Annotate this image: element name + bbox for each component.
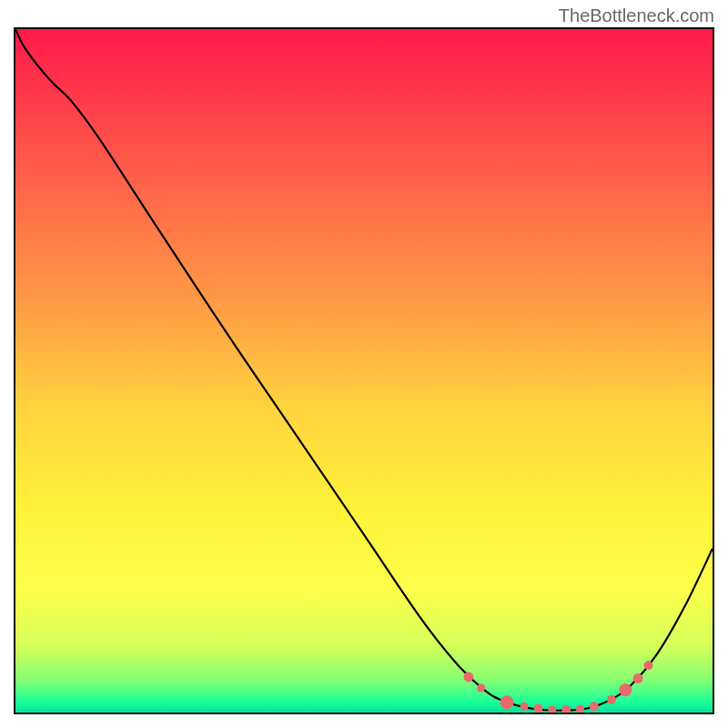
watermark-text: TheBottleneck.com bbox=[559, 5, 714, 26]
plot-area bbox=[14, 27, 714, 714]
background-gradient bbox=[15, 29, 713, 713]
chart-container: TheBottleneck.com bbox=[0, 0, 728, 728]
svg-rect-0 bbox=[15, 29, 713, 713]
